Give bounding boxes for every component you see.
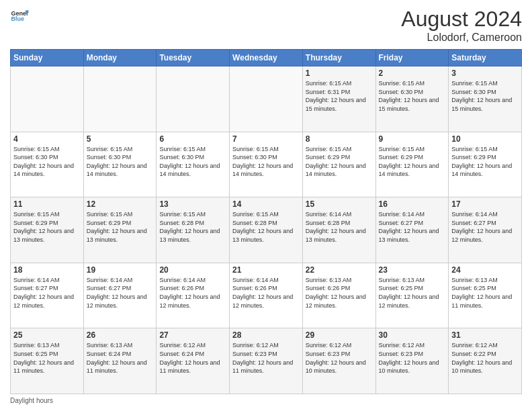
calendar-cell: 20Sunrise: 6:14 AMSunset: 6:26 PMDayligh… <box>157 263 230 328</box>
weekday-header-wednesday: Wednesday <box>230 50 303 66</box>
day-number: 17 <box>451 199 519 209</box>
day-number: 1 <box>306 68 373 78</box>
calendar-cell: 31Sunrise: 6:12 AMSunset: 6:22 PMDayligh… <box>449 328 522 394</box>
day-info: Sunrise: 6:12 AMSunset: 6:23 PMDaylight:… <box>306 341 373 375</box>
day-info: Sunrise: 6:14 AMSunset: 6:26 PMDaylight:… <box>159 276 226 310</box>
calendar-cell: 10Sunrise: 6:15 AMSunset: 6:29 PMDayligh… <box>449 132 522 197</box>
weekday-header-thursday: Thursday <box>302 50 375 66</box>
day-number: 20 <box>159 265 226 275</box>
page: General Blue August 2024 Lolodorf, Camer… <box>0 0 532 411</box>
day-info: Sunrise: 6:14 AMSunset: 6:27 PMDaylight:… <box>87 276 154 310</box>
calendar-cell <box>83 66 157 132</box>
weekday-header-sunday: Sunday <box>11 50 84 66</box>
day-info: Sunrise: 6:15 AMSunset: 6:29 PMDaylight:… <box>451 145 519 179</box>
day-number: 23 <box>379 265 446 275</box>
calendar-cell: 14Sunrise: 6:15 AMSunset: 6:28 PMDayligh… <box>230 197 303 263</box>
calendar-cell <box>11 66 84 132</box>
day-info: Sunrise: 6:14 AMSunset: 6:28 PMDaylight:… <box>306 210 373 244</box>
day-info: Sunrise: 6:14 AMSunset: 6:27 PMDaylight:… <box>379 210 446 244</box>
calendar-cell: 30Sunrise: 6:12 AMSunset: 6:23 PMDayligh… <box>375 328 449 394</box>
header: General Blue August 2024 Lolodorf, Camer… <box>10 7 522 44</box>
week-row-5: 25Sunrise: 6:13 AMSunset: 6:25 PMDayligh… <box>11 328 522 394</box>
week-row-4: 18Sunrise: 6:14 AMSunset: 6:27 PMDayligh… <box>11 263 522 328</box>
day-info: Sunrise: 6:15 AMSunset: 6:30 PMDaylight:… <box>159 145 226 179</box>
day-number: 29 <box>306 330 373 340</box>
calendar-cell: 28Sunrise: 6:12 AMSunset: 6:23 PMDayligh… <box>230 328 303 394</box>
day-info: Sunrise: 6:15 AMSunset: 6:28 PMDaylight:… <box>159 210 226 244</box>
weekday-header-monday: Monday <box>83 50 157 66</box>
day-number: 16 <box>379 199 446 209</box>
location: Lolodorf, Cameroon <box>401 32 522 44</box>
calendar-cell: 22Sunrise: 6:13 AMSunset: 6:26 PMDayligh… <box>302 263 375 328</box>
calendar-cell <box>157 66 230 132</box>
day-number: 2 <box>379 68 446 78</box>
day-number: 6 <box>159 134 226 144</box>
footer-label: Daylight hours <box>10 397 53 404</box>
calendar-cell: 1Sunrise: 6:15 AMSunset: 6:31 PMDaylight… <box>302 66 375 132</box>
day-info: Sunrise: 6:13 AMSunset: 6:24 PMDaylight:… <box>87 341 154 375</box>
footer: Daylight hours <box>10 397 522 404</box>
day-info: Sunrise: 6:15 AMSunset: 6:31 PMDaylight:… <box>306 79 373 113</box>
day-info: Sunrise: 6:13 AMSunset: 6:25 PMDaylight:… <box>379 276 446 310</box>
weekday-header-tuesday: Tuesday <box>157 50 230 66</box>
day-number: 8 <box>306 134 373 144</box>
day-info: Sunrise: 6:13 AMSunset: 6:25 PMDaylight:… <box>451 276 519 310</box>
calendar-cell: 19Sunrise: 6:14 AMSunset: 6:27 PMDayligh… <box>83 263 157 328</box>
weekday-header-friday: Friday <box>375 50 449 66</box>
day-info: Sunrise: 6:15 AMSunset: 6:30 PMDaylight:… <box>232 145 300 179</box>
day-info: Sunrise: 6:14 AMSunset: 6:26 PMDaylight:… <box>232 276 300 310</box>
calendar-cell: 5Sunrise: 6:15 AMSunset: 6:30 PMDaylight… <box>83 132 157 197</box>
weekday-header-row: SundayMondayTuesdayWednesdayThursdayFrid… <box>11 50 522 66</box>
day-number: 14 <box>232 199 300 209</box>
calendar-cell: 6Sunrise: 6:15 AMSunset: 6:30 PMDaylight… <box>157 132 230 197</box>
calendar-cell: 23Sunrise: 6:13 AMSunset: 6:25 PMDayligh… <box>375 263 449 328</box>
day-number: 15 <box>306 199 373 209</box>
day-info: Sunrise: 6:15 AMSunset: 6:30 PMDaylight:… <box>451 79 519 113</box>
svg-text:Blue: Blue <box>11 15 24 22</box>
calendar-cell: 7Sunrise: 6:15 AMSunset: 6:30 PMDaylight… <box>230 132 303 197</box>
day-number: 4 <box>13 134 81 144</box>
week-row-1: 1Sunrise: 6:15 AMSunset: 6:31 PMDaylight… <box>11 66 522 132</box>
day-number: 9 <box>379 134 446 144</box>
day-info: Sunrise: 6:15 AMSunset: 6:30 PMDaylight:… <box>13 145 81 179</box>
calendar-cell: 21Sunrise: 6:14 AMSunset: 6:26 PMDayligh… <box>230 263 303 328</box>
day-info: Sunrise: 6:15 AMSunset: 6:28 PMDaylight:… <box>232 210 300 244</box>
calendar: SundayMondayTuesdayWednesdayThursdayFrid… <box>10 49 522 394</box>
day-number: 28 <box>232 330 300 340</box>
day-info: Sunrise: 6:15 AMSunset: 6:29 PMDaylight:… <box>87 210 154 244</box>
day-info: Sunrise: 6:12 AMSunset: 6:23 PMDaylight:… <box>379 341 446 375</box>
day-number: 26 <box>87 330 154 340</box>
calendar-cell: 4Sunrise: 6:15 AMSunset: 6:30 PMDaylight… <box>11 132 84 197</box>
calendar-cell: 8Sunrise: 6:15 AMSunset: 6:29 PMDaylight… <box>302 132 375 197</box>
day-info: Sunrise: 6:15 AMSunset: 6:29 PMDaylight:… <box>306 145 373 179</box>
day-number: 12 <box>87 199 154 209</box>
calendar-cell: 11Sunrise: 6:15 AMSunset: 6:29 PMDayligh… <box>11 197 84 263</box>
calendar-cell: 12Sunrise: 6:15 AMSunset: 6:29 PMDayligh… <box>83 197 157 263</box>
month-year: August 2024 <box>401 7 522 32</box>
day-info: Sunrise: 6:13 AMSunset: 6:26 PMDaylight:… <box>306 276 373 310</box>
day-info: Sunrise: 6:15 AMSunset: 6:30 PMDaylight:… <box>379 79 446 113</box>
calendar-cell: 16Sunrise: 6:14 AMSunset: 6:27 PMDayligh… <box>375 197 449 263</box>
calendar-cell: 29Sunrise: 6:12 AMSunset: 6:23 PMDayligh… <box>302 328 375 394</box>
day-number: 22 <box>306 265 373 275</box>
day-info: Sunrise: 6:13 AMSunset: 6:25 PMDaylight:… <box>13 341 81 375</box>
week-row-3: 11Sunrise: 6:15 AMSunset: 6:29 PMDayligh… <box>11 197 522 263</box>
calendar-cell: 13Sunrise: 6:15 AMSunset: 6:28 PMDayligh… <box>157 197 230 263</box>
week-row-2: 4Sunrise: 6:15 AMSunset: 6:30 PMDaylight… <box>11 132 522 197</box>
title-block: August 2024 Lolodorf, Cameroon <box>401 7 522 44</box>
calendar-cell: 25Sunrise: 6:13 AMSunset: 6:25 PMDayligh… <box>11 328 84 394</box>
day-number: 3 <box>451 68 519 78</box>
day-number: 21 <box>232 265 300 275</box>
day-info: Sunrise: 6:14 AMSunset: 6:27 PMDaylight:… <box>13 276 81 310</box>
day-number: 19 <box>87 265 154 275</box>
day-number: 11 <box>13 199 81 209</box>
day-info: Sunrise: 6:15 AMSunset: 6:29 PMDaylight:… <box>13 210 81 244</box>
calendar-cell: 3Sunrise: 6:15 AMSunset: 6:30 PMDaylight… <box>449 66 522 132</box>
day-number: 25 <box>13 330 81 340</box>
calendar-cell: 9Sunrise: 6:15 AMSunset: 6:29 PMDaylight… <box>375 132 449 197</box>
day-number: 13 <box>159 199 226 209</box>
day-info: Sunrise: 6:15 AMSunset: 6:29 PMDaylight:… <box>379 145 446 179</box>
day-number: 18 <box>13 265 81 275</box>
calendar-cell: 17Sunrise: 6:14 AMSunset: 6:27 PMDayligh… <box>449 197 522 263</box>
calendar-cell: 18Sunrise: 6:14 AMSunset: 6:27 PMDayligh… <box>11 263 84 328</box>
